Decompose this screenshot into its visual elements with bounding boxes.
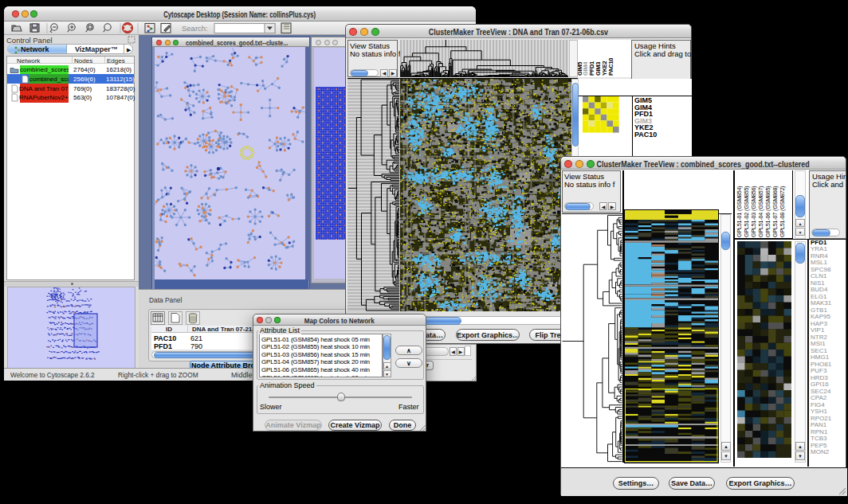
svg-text:GPL51-03 (GSM856): GPL51-03 (GSM856)	[750, 186, 757, 237]
svg-text:GPL51-06 (GSM865): GPL51-06 (GSM865)	[764, 186, 771, 237]
svg-text:GPL51-02 (GSM855): GPL51-02 (GSM855)	[743, 186, 750, 237]
svg-text:Search:: Search:	[182, 24, 208, 33]
svg-text:GPL51-07 (GSM868): GPL51-07 (GSM868)	[771, 186, 779, 237]
svg-text:PAC10: PAC10	[607, 58, 614, 76]
svg-text:GPL51-04 (GSM857): GPL51-04 (GSM857)	[757, 186, 764, 237]
svg-text:GPL51-01 (GSM854): GPL51-01 (GSM854)	[736, 186, 743, 237]
svg-text:GPL51-08 (GSM872): GPL51-08 (GSM872)	[779, 186, 786, 237]
